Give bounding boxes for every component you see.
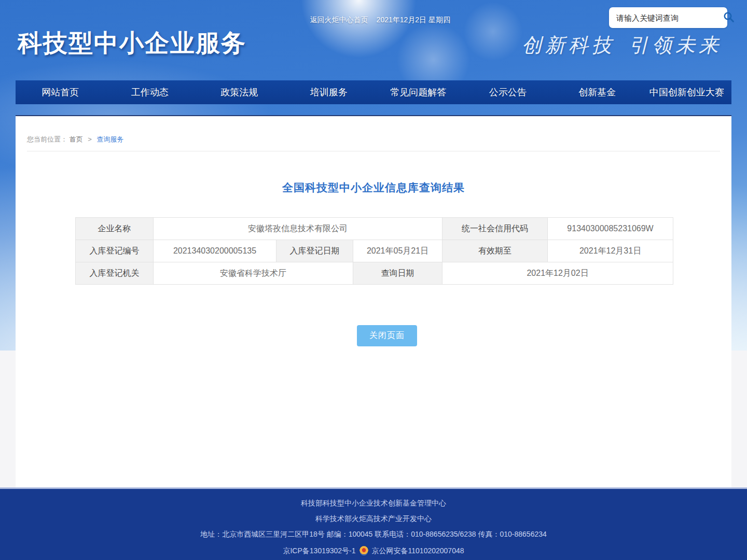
- company-name-value: 安徽塔孜信息技术有限公司: [154, 218, 442, 240]
- breadcrumb-prefix: 您当前位置：: [27, 135, 67, 143]
- query-date-value: 2021年12月02日: [442, 262, 673, 285]
- table-row: 入库登记编号 202134030200005135 入库登记日期 2021年05…: [76, 240, 673, 262]
- search-input[interactable]: [609, 13, 723, 22]
- site-logo: 科技型中小企业服务: [18, 27, 246, 60]
- icp-record-link[interactable]: 京ICP备13019302号-1: [283, 547, 355, 555]
- search-button[interactable]: [723, 7, 735, 28]
- page-title: 全国科技型中小企业信息库查询结果: [16, 180, 731, 195]
- police-badge-icon: [359, 546, 368, 556]
- search-box: [609, 7, 727, 28]
- breadcrumb-home-link[interactable]: 首页: [70, 135, 83, 143]
- credit-code-label: 统一社会信用代码: [442, 218, 548, 240]
- nav-item-training[interactable]: 培训服务: [284, 80, 374, 104]
- slogan-part-2: 引领未来: [629, 34, 722, 56]
- breadcrumb: 您当前位置： 首页 > 查询服务: [27, 135, 123, 144]
- footer-org-line-2: 科学技术部火炬高技术产业开发中心: [315, 515, 432, 523]
- nav-item-faq[interactable]: 常见问题解答: [374, 80, 463, 104]
- close-page-button[interactable]: 关闭页面: [357, 325, 417, 346]
- site-slogan: 创新科技引领未来: [522, 32, 722, 59]
- footer-record-line: 京ICP备13019302号-1 京公网安备11010202007048: [283, 546, 464, 556]
- top-links: 返回火炬中心首页2021年12月2日 星期四: [310, 16, 450, 25]
- company-name-label: 企业名称: [76, 218, 154, 240]
- nav-item-policy[interactable]: 政策法规: [195, 80, 284, 104]
- valid-until-label: 有效期至: [442, 240, 548, 262]
- footer: 科技部科技型中小企业技术创新基金管理中心 科学技术部火炬高技术产业开发中心 地址…: [0, 487, 747, 560]
- footer-org-line-1: 科技部科技型中小企业技术创新基金管理中心: [301, 499, 446, 507]
- reg-authority-value: 安徽省科学技术厅: [154, 262, 353, 285]
- valid-until-value: 2021年12月31日: [548, 240, 673, 262]
- breadcrumb-current-link[interactable]: 查询服务: [96, 135, 123, 143]
- security-record-link[interactable]: 京公网安备11010202007048: [372, 547, 464, 555]
- search-icon: [723, 11, 735, 25]
- reg-date-label: 入库登记日期: [276, 240, 353, 262]
- query-date-label: 查询日期: [353, 262, 442, 285]
- current-date: 2021年12月2日 星期四: [377, 16, 450, 24]
- nav-item-fund[interactable]: 创新基金: [552, 80, 642, 104]
- reg-number-value: 202134030200005135: [154, 240, 276, 262]
- page: 返回火炬中心首页2021年12月2日 星期四 科技型中小企业服务 创新科技引领未…: [0, 0, 747, 560]
- footer-contact-line: 地址：北京市西城区三里河二区甲18号 邮编：100045 联系电话：010-88…: [200, 530, 547, 538]
- breadcrumb-separator: >: [88, 135, 92, 143]
- torch-center-home-link[interactable]: 返回火炬中心首页: [310, 16, 368, 24]
- main-nav: 网站首页 工作动态 政策法规 培训服务 常见问题解答 公示公告 创新基金 中国创…: [16, 80, 731, 104]
- reg-authority-label: 入库登记机关: [76, 262, 154, 285]
- query-result-table: 企业名称 安徽塔孜信息技术有限公司 统一社会信用代码 9134030008523…: [75, 217, 673, 285]
- content-card: 您当前位置： 首页 > 查询服务 全国科技型中小企业信息库查询结果 企业名称 安…: [16, 115, 731, 487]
- credit-code-value: 91340300085231069W: [548, 218, 673, 240]
- nav-item-competition[interactable]: 中国创新创业大赛: [642, 80, 732, 104]
- reg-date-value: 2021年05月21日: [353, 240, 442, 262]
- table-row: 入库登记机关 安徽省科学技术厅 查询日期 2021年12月02日: [76, 262, 673, 285]
- slogan-part-1: 创新科技: [522, 34, 615, 56]
- breadcrumb-divider: [27, 151, 720, 151]
- nav-item-news[interactable]: 工作动态: [105, 80, 195, 104]
- nav-item-home[interactable]: 网站首页: [16, 80, 105, 104]
- table-row: 企业名称 安徽塔孜信息技术有限公司 统一社会信用代码 9134030008523…: [76, 218, 673, 240]
- nav-item-announce[interactable]: 公示公告: [463, 80, 553, 104]
- reg-number-label: 入库登记编号: [76, 240, 154, 262]
